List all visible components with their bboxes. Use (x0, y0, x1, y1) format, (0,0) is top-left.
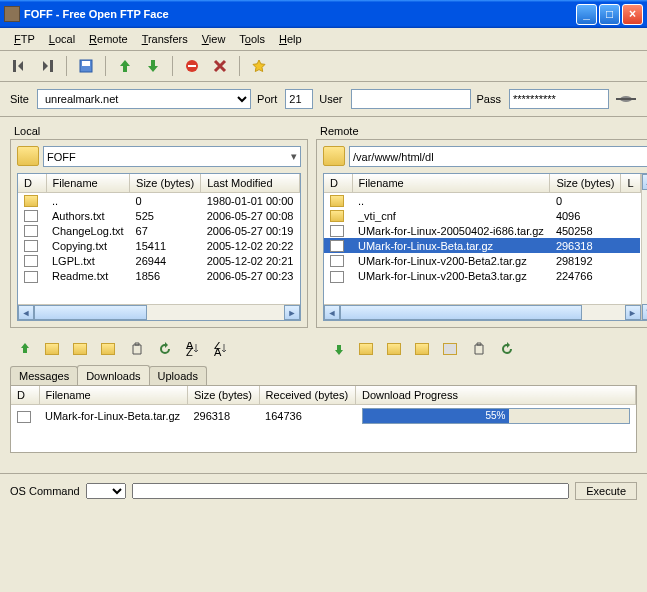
col-filename[interactable]: Filename (39, 386, 187, 405)
menu-view[interactable]: View (196, 31, 232, 47)
remote-vscroll[interactable]: ▲▼ (641, 174, 647, 320)
save-icon[interactable] (75, 55, 97, 77)
download-icon[interactable] (142, 55, 164, 77)
connect-icon[interactable] (8, 55, 30, 77)
pass-label: Pass (477, 93, 501, 105)
table-row[interactable]: Readme.txt18562006-05-27 00:23 (18, 268, 300, 283)
table-row[interactable]: Copying.txt154112005-12-02 20:22 (18, 238, 300, 253)
remote-download-icon[interactable] (328, 338, 350, 360)
tab-messages[interactable]: Messages (10, 366, 78, 385)
minimize-button[interactable]: _ (576, 4, 597, 25)
refresh-icon[interactable] (496, 338, 518, 360)
os-command-select[interactable] (86, 483, 126, 499)
local-file-list[interactable]: D Filename Size (bytes) Last Modified ..… (17, 173, 301, 321)
new-folder-icon[interactable] (384, 338, 406, 360)
col-d[interactable]: D (324, 174, 352, 193)
menu-remote[interactable]: Remote (83, 31, 134, 47)
remote-tools (324, 332, 638, 362)
remote-file-list[interactable]: D Filename Size (bytes) L ..0_vti_cnf409… (323, 173, 647, 321)
close-button[interactable]: × (622, 4, 643, 25)
rename-icon[interactable] (98, 338, 120, 360)
local-folder-icon[interactable] (17, 146, 39, 166)
local-hscroll[interactable]: ◄► (18, 304, 300, 320)
table-row[interactable]: Authors.txt5252006-05-27 00:08 (18, 208, 300, 223)
site-select[interactable]: unrealmark.net (37, 89, 251, 109)
rename-icon[interactable] (412, 338, 434, 360)
table-row[interactable]: UMark-for-Linux-Beta.tar.gz2963181647365… (11, 405, 636, 428)
menu-help[interactable]: Help (273, 31, 308, 47)
col-filename[interactable]: Filename (46, 174, 130, 193)
user-input[interactable] (351, 89, 471, 109)
new-folder-icon[interactable] (70, 338, 92, 360)
col-size[interactable]: Size (bytes) (550, 174, 621, 193)
local-label: Local (10, 125, 308, 137)
connection-bar: Site unrealmark.net Port User Pass (0, 82, 647, 117)
toolbar (0, 51, 647, 82)
trash-icon[interactable] (126, 338, 148, 360)
stop-icon[interactable] (181, 55, 203, 77)
pass-input[interactable] (509, 89, 609, 109)
maximize-button[interactable]: □ (599, 4, 620, 25)
os-command-label: OS Command (10, 485, 80, 497)
table-row[interactable]: _vti_cnf4096 (324, 208, 640, 223)
tab-downloads[interactable]: Downloads (77, 365, 149, 385)
site-label: Site (10, 93, 29, 105)
trash-icon[interactable] (468, 338, 490, 360)
sort-za-icon[interactable]: ZA (210, 338, 232, 360)
local-path-select[interactable]: FOFF▾ (43, 146, 301, 167)
local-tools: AZ ZA (10, 332, 324, 362)
command-input[interactable] (132, 483, 570, 499)
table-row[interactable]: UMark-for-Linux-v200-Beta3.tar.gz224766 (324, 268, 640, 283)
table-row[interactable]: UMark-for-Linux-20050402-i686.tar.gz4502… (324, 223, 640, 238)
open-folder-icon[interactable] (42, 338, 64, 360)
favorite-icon[interactable] (248, 55, 270, 77)
transfer-tabs: Messages Downloads Uploads D Filename Si… (0, 362, 647, 453)
delete-icon[interactable] (209, 55, 231, 77)
execute-button[interactable]: Execute (575, 482, 637, 500)
col-modified[interactable]: Last Modified (201, 174, 300, 193)
menu-transfers[interactable]: Transfers (136, 31, 194, 47)
col-received[interactable]: Received (bytes) (259, 386, 355, 405)
col-l[interactable]: L (621, 174, 640, 193)
permissions-icon[interactable] (440, 338, 462, 360)
svg-rect-0 (13, 60, 16, 72)
file-icon (24, 210, 38, 222)
table-row[interactable]: ..01980-01-01 00:00 (18, 193, 300, 209)
remote-folder-icon[interactable] (323, 146, 345, 166)
progress-bar: 55% (362, 408, 630, 424)
file-icon (24, 225, 38, 237)
sort-az-icon[interactable]: AZ (182, 338, 204, 360)
local-upload-icon[interactable] (14, 338, 36, 360)
table-row[interactable]: ..0 (324, 193, 640, 209)
remote-path-select[interactable]: /var/www/html/dl▾ (349, 146, 647, 167)
svg-rect-3 (82, 61, 90, 66)
open-folder-icon[interactable] (356, 338, 378, 360)
table-row[interactable]: UMark-for-Linux-v200-Beta2.tar.gz298192 (324, 253, 640, 268)
disconnect-icon[interactable] (36, 55, 58, 77)
remote-hscroll[interactable]: ◄► (324, 304, 641, 320)
col-progress[interactable]: Download Progress (356, 386, 636, 405)
menu-local[interactable]: Local (43, 31, 81, 47)
file-icon (24, 240, 38, 252)
upload-icon[interactable] (114, 55, 136, 77)
menu-tools[interactable]: Tools (233, 31, 271, 47)
menu-ftp[interactable]: FTP (8, 31, 41, 47)
refresh-icon[interactable] (154, 338, 176, 360)
col-d[interactable]: D (18, 174, 46, 193)
window-title: FOFF - Free Open FTP Face (24, 8, 576, 20)
table-row[interactable]: UMark-for-Linux-Beta.tar.gz296318 (324, 238, 640, 253)
svg-text:Z: Z (186, 346, 193, 356)
col-d[interactable]: D (11, 386, 39, 405)
table-row[interactable]: LGPL.txt269442005-12-02 20:21 (18, 253, 300, 268)
col-filename[interactable]: Filename (352, 174, 550, 193)
col-size[interactable]: Size (bytes) (130, 174, 201, 193)
table-row[interactable]: ChangeLog.txt672006-05-27 00:19 (18, 223, 300, 238)
menubar: FTP Local Remote Transfers View Tools He… (0, 28, 647, 51)
svg-rect-5 (188, 65, 196, 67)
tab-uploads[interactable]: Uploads (149, 366, 207, 385)
port-input[interactable] (285, 89, 313, 109)
go-connect-icon[interactable] (615, 88, 637, 110)
user-label: User (319, 93, 342, 105)
file-icon (330, 240, 344, 252)
col-size[interactable]: Size (bytes) (187, 386, 259, 405)
